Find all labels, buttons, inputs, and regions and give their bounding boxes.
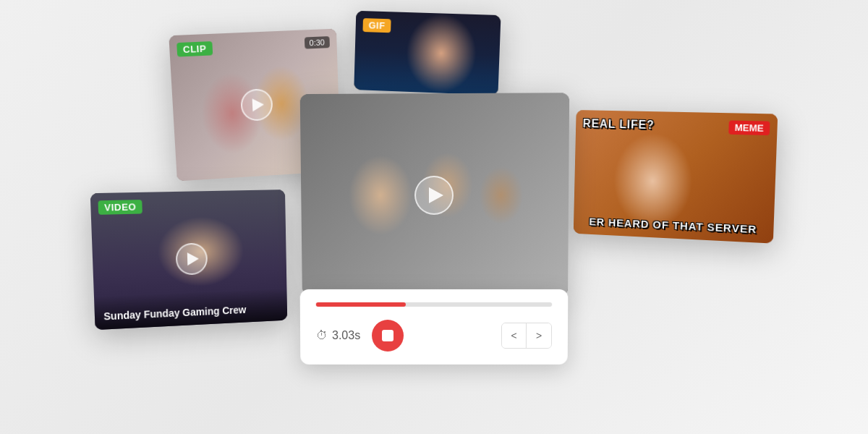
- card-gif[interactable]: GIF: [354, 11, 501, 95]
- progress-bar-container[interactable]: [316, 302, 552, 307]
- card-meme[interactable]: REAL LIFE? MEME ER HEARD OF THAT SERVER: [574, 110, 778, 244]
- controls-row: ⏱ 3.03s < >: [316, 320, 552, 352]
- meme-badge: MEME: [728, 120, 770, 135]
- card-main[interactable]: [300, 93, 570, 296]
- meme-top-text: REAL LIFE?: [583, 117, 655, 132]
- main-play-button[interactable]: [414, 176, 454, 215]
- scene: GIF CLIP 0:30 VIDEO Sunday Funday Gaming…: [0, 0, 868, 434]
- time-display: ⏱ 3.03s: [316, 329, 360, 342]
- clock-icon: ⏱: [316, 329, 328, 342]
- time-value: 3.03s: [332, 329, 360, 342]
- nav-arrows: < >: [501, 323, 552, 349]
- nav-next-button[interactable]: >: [527, 323, 551, 348]
- clip-timer: 0:30: [304, 36, 330, 49]
- gif-badge: GIF: [362, 18, 391, 33]
- clip-badge: CLIP: [176, 41, 213, 57]
- nav-prev-button[interactable]: <: [502, 323, 527, 348]
- record-icon: [382, 330, 393, 341]
- video-badge: VIDEO: [98, 200, 142, 215]
- control-panel: ⏱ 3.03s < >: [300, 289, 569, 365]
- record-button[interactable]: [372, 320, 404, 352]
- card-video[interactable]: VIDEO Sunday Funday Gaming Crew: [90, 190, 288, 330]
- progress-bar-fill: [316, 302, 406, 307]
